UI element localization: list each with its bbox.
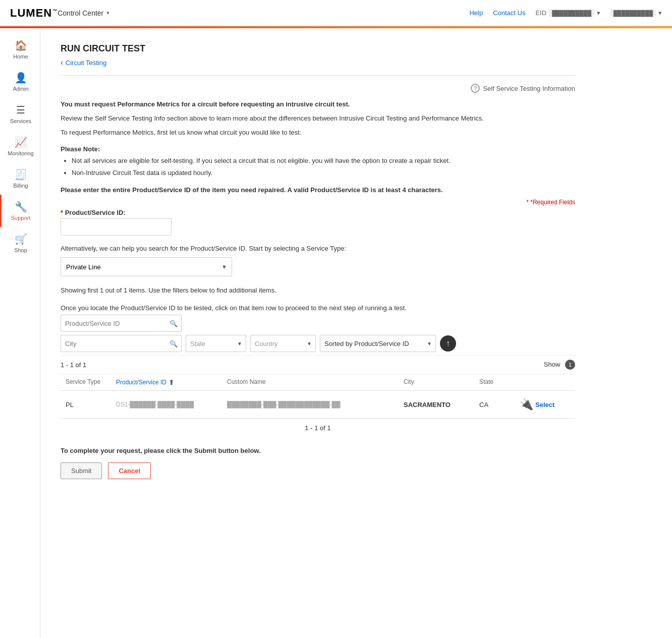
filter-city-input[interactable]	[61, 335, 182, 352]
filter-sort-wrap: Sorted by Product/Service ID	[320, 335, 436, 352]
show-row: Show 1	[544, 360, 575, 370]
filter-row-2: 🔍 State Country Sorted by Product/Servic…	[61, 335, 575, 352]
footer-text: To complete your request, please click t…	[61, 447, 575, 454]
product-id-input[interactable]	[61, 218, 172, 236]
sidebar-item-shop[interactable]: 🛒 Shop	[0, 227, 40, 259]
help-circle-icon: ?	[471, 84, 480, 93]
filter-product-input[interactable]	[61, 315, 182, 332]
sidebar-label-admin: Admin	[13, 86, 28, 92]
showing-text: Showing first 1 out of 1 items. Use the …	[61, 286, 575, 294]
th-service-type: Service Type	[66, 378, 116, 386]
note-section: Please Note: Not all services are eligib…	[61, 145, 575, 178]
td-custom-name: ████████-███-████████████-██	[227, 401, 404, 408]
services-icon: ☰	[16, 104, 25, 116]
td-city: SACRAMENTO	[404, 401, 479, 409]
product-id-instruction: Please enter the entire Product/Service …	[61, 185, 575, 196]
sidebar: 🏠 Home 👤 Admin ☰ Services 📈 Monitoring 🧾…	[0, 28, 40, 638]
sidebar-item-home[interactable]: 🏠 Home	[0, 33, 40, 66]
pagination-bottom: 1 - 1 of 1	[61, 419, 575, 437]
filter-city-wrap: 🔍	[61, 335, 182, 352]
td-product-id: DS1-██████-████-████	[116, 401, 227, 408]
admin-icon: 👤	[15, 72, 27, 84]
select-label: Select	[535, 401, 554, 409]
user-value: ██████████	[610, 9, 656, 17]
note-title: Please Note:	[61, 145, 575, 153]
help-link[interactable]: Help	[469, 9, 483, 17]
note-item-1: Not all services are eligible for self-t…	[72, 156, 575, 166]
alt-search-text: Alternatively, we can help you search fo…	[61, 245, 575, 252]
filter-country-wrap: Country	[250, 335, 316, 352]
sidebar-label-support: Support	[11, 215, 31, 221]
sidebar-label-home: Home	[13, 53, 28, 60]
th-city: City	[404, 378, 479, 386]
filter-sort-select[interactable]: Sorted by Product/Service ID	[320, 335, 436, 352]
plug-icon: 🔌	[520, 398, 533, 411]
user-info: ██████████ ▾	[610, 9, 662, 17]
table-header: Service Type Product/Service ID ⬆ Custom…	[61, 374, 575, 391]
filter-product-wrap: 🔍	[61, 315, 182, 332]
filter-city-search-icon: 🔍	[170, 340, 178, 347]
pagination-top-label: 1 - 1 of 1	[61, 361, 86, 369]
info-text-1: You must request Peformance Metrics for …	[61, 99, 575, 110]
home-icon: 🏠	[15, 39, 27, 51]
td-action: 🔌 Select	[520, 398, 570, 411]
info-text-2: Review the Self Service Testing Info sec…	[61, 113, 575, 124]
eid-info: EID ██████████ ▾	[535, 9, 600, 17]
sidebar-label-services: Services	[10, 118, 31, 124]
select-button[interactable]: 🔌 Select	[520, 398, 570, 411]
td-service-type: PL	[66, 401, 116, 409]
th-custom-name: Custom Name	[227, 378, 404, 386]
trademark: ™	[52, 8, 58, 13]
th-state: State	[479, 378, 520, 386]
filter-state-wrap: State	[186, 335, 246, 352]
locate-text: Once you locate the Product/Service ID t…	[61, 304, 575, 312]
self-service-row: ? Self Service Testing Information	[61, 84, 575, 93]
app-name-nav[interactable]: Control Center ▾	[58, 9, 109, 17]
main-layout: 🏠 Home 👤 Admin ☰ Services 📈 Monitoring 🧾…	[0, 28, 672, 638]
required-asterisk: *	[61, 209, 63, 216]
breadcrumb-link[interactable]: Circuit Testing	[61, 58, 575, 67]
eid-label: EID	[535, 9, 546, 17]
table-row[interactable]: PL DS1-██████-████-████ ████████-███-███…	[61, 391, 575, 419]
show-count-badge: 1	[565, 360, 575, 370]
top-nav: LUMEN™ Control Center ▾ Help Contact Us …	[0, 0, 672, 26]
filter-country-select[interactable]: Country	[250, 335, 316, 352]
eid-value: ██████████	[549, 9, 594, 17]
show-label: Show	[544, 361, 561, 368]
sidebar-item-services[interactable]: ☰ Services	[0, 98, 40, 130]
sidebar-item-monitoring[interactable]: 📈 Monitoring	[0, 130, 40, 162]
self-service-label: Self Service Testing Information	[483, 85, 575, 92]
filter-row-1: 🔍	[61, 315, 575, 332]
monitoring-icon: 📈	[15, 136, 27, 148]
user-chevron: ▾	[658, 9, 662, 17]
cancel-button[interactable]: Cancel	[108, 462, 151, 479]
nav-right: Help Contact Us EID ██████████ ▾ ███████…	[469, 9, 662, 17]
footer-buttons: Submit Cancel	[61, 462, 575, 479]
billing-icon: 🧾	[15, 168, 27, 181]
th-product-id[interactable]: Product/Service ID ⬆	[116, 378, 227, 386]
submit-button[interactable]: Submit	[61, 462, 102, 479]
service-type-select[interactable]: Private Line	[61, 257, 232, 276]
service-type-wrapper: Private Line	[61, 257, 232, 276]
contact-link[interactable]: Contact Us	[493, 9, 525, 17]
product-id-sort-icon: ⬆	[169, 378, 175, 386]
sidebar-label-billing: Billing	[13, 183, 28, 189]
support-icon: 🔧	[15, 201, 27, 213]
section-divider	[61, 75, 575, 76]
sidebar-item-admin[interactable]: 👤 Admin	[0, 66, 40, 98]
sidebar-label-shop: Shop	[14, 247, 27, 253]
info-text-3: To request Performance Metrics, first le…	[61, 127, 575, 138]
filter-product-search-icon: 🔍	[170, 320, 178, 327]
sidebar-item-support[interactable]: 🔧 Support	[0, 195, 40, 227]
note-list: Not all services are eligible for self-t…	[61, 156, 575, 178]
sidebar-item-billing[interactable]: 🧾 Billing	[0, 162, 40, 195]
sidebar-label-monitoring: Monitoring	[8, 150, 33, 156]
app-name-chevron: ▾	[106, 10, 109, 16]
td-state: CA	[479, 401, 520, 409]
page-title: RUN CIRCUIT TEST	[61, 43, 575, 54]
sort-direction-button[interactable]: ↑	[440, 335, 456, 352]
filter-state-select[interactable]: State	[186, 335, 246, 352]
main-content: RUN CIRCUIT TEST Circuit Testing ? Self …	[40, 28, 595, 638]
shop-icon: 🛒	[15, 233, 27, 245]
th-action	[520, 378, 570, 386]
